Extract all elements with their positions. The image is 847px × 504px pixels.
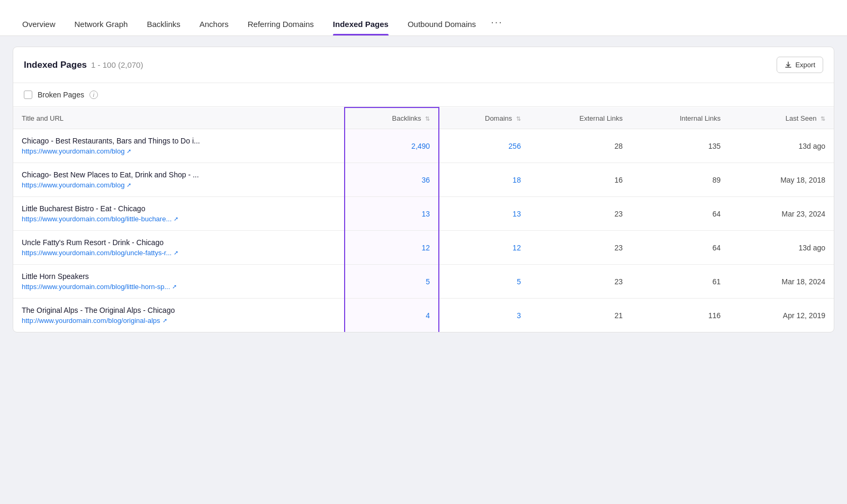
cell-backlinks: 13: [345, 197, 439, 231]
broken-pages-info-icon[interactable]: i: [89, 91, 98, 99]
page-url-link[interactable]: https://www.yourdomain.com/blog/little-h…: [22, 283, 170, 291]
cell-last-seen: Apr 12, 2019: [729, 299, 834, 332]
table-row: Little Horn Speakers https://www.yourdom…: [13, 265, 834, 299]
page-title-text: Uncle Fatty's Rum Resort - Drink - Chica…: [22, 238, 336, 247]
cell-backlinks: 5: [345, 265, 439, 299]
cell-backlinks: 36: [345, 163, 439, 197]
cell-internal-links: 135: [631, 129, 729, 163]
nav-item-anchors[interactable]: Anchors: [190, 0, 238, 35]
nav-label-indexed-pages: Indexed Pages: [333, 20, 389, 28]
page-url-group: https://www.yourdomain.com/blog ➚: [22, 181, 336, 189]
col-header-last-seen[interactable]: Last Seen ⇅: [729, 107, 834, 129]
nav-item-referring-domains[interactable]: Referring Domains: [238, 0, 323, 35]
page-title-text: Chicago - Best Restaurants, Bars and Thi…: [22, 137, 336, 145]
cell-domains: 3: [439, 299, 529, 332]
cell-title-url: Little Horn Speakers https://www.yourdom…: [13, 265, 345, 299]
card-header: Indexed Pages 1 - 100 (2,070) Export: [13, 47, 834, 83]
col-header-title-url: Title and URL: [13, 107, 345, 129]
page-url-link[interactable]: https://www.yourdomain.com/blog: [22, 181, 124, 189]
cell-last-seen: Mar 23, 2024: [729, 197, 834, 231]
cell-external-links: 23: [529, 231, 631, 265]
table-row: Chicago- Best New Places to Eat, Drink a…: [13, 163, 834, 197]
col-header-internal-links: Internal Links: [631, 107, 729, 129]
page-url-group: https://www.yourdomain.com/blog/uncle-fa…: [22, 249, 336, 257]
broken-pages-checkbox[interactable]: [24, 91, 32, 99]
cell-internal-links: 64: [631, 231, 729, 265]
table-row: Chicago - Best Restaurants, Bars and Thi…: [13, 129, 834, 163]
table-row: Uncle Fatty's Rum Resort - Drink - Chica…: [13, 231, 834, 265]
page-url-link[interactable]: https://www.yourdomain.com/blog: [22, 147, 124, 155]
cell-external-links: 23: [529, 265, 631, 299]
table-body: Chicago - Best Restaurants, Bars and Thi…: [13, 129, 834, 332]
nav-item-outbound-domains[interactable]: Outbound Domains: [398, 0, 485, 35]
cell-title-url: Chicago - Best Restaurants, Bars and Thi…: [13, 129, 345, 163]
card-title-group: Indexed Pages 1 - 100 (2,070): [24, 60, 143, 70]
nav-item-network-graph[interactable]: Network Graph: [65, 0, 138, 35]
page-title-text: Little Horn Speakers: [22, 272, 336, 281]
indexed-pages-table: Title and URL Backlinks ⇅ Domains ⇅ Exte…: [13, 107, 834, 332]
indexed-pages-card: Indexed Pages 1 - 100 (2,070) Export Bro…: [13, 47, 834, 332]
page-title-text: Little Bucharest Bistro - Eat - Chicago: [22, 204, 336, 213]
navigation-bar: Overview Network Graph Backlinks Anchors…: [0, 0, 847, 36]
cell-external-links: 16: [529, 163, 631, 197]
table-row: Little Bucharest Bistro - Eat - Chicago …: [13, 197, 834, 231]
nav-label-outbound-domains: Outbound Domains: [408, 20, 476, 28]
external-link-icon[interactable]: ➚: [174, 215, 178, 222]
nav-item-overview[interactable]: Overview: [13, 0, 65, 35]
export-icon: [785, 61, 792, 69]
cell-backlinks: 4: [345, 299, 439, 332]
nav-item-backlinks[interactable]: Backlinks: [137, 0, 190, 35]
nav-item-indexed-pages[interactable]: Indexed Pages: [323, 0, 398, 35]
cell-last-seen: 13d ago: [729, 231, 834, 265]
page-url-link[interactable]: http://www.yourdomain.com/blog/original-…: [22, 317, 160, 325]
cell-domains: 256: [439, 129, 529, 163]
page-url-group: https://www.yourdomain.com/blog ➚: [22, 147, 336, 155]
page-url-group: http://www.yourdomain.com/blog/original-…: [22, 317, 336, 325]
cell-domains: 13: [439, 197, 529, 231]
cell-internal-links: 89: [631, 163, 729, 197]
cell-last-seen: Mar 18, 2024: [729, 265, 834, 299]
sort-icon-domains: ⇅: [516, 115, 521, 122]
page-url-group: https://www.yourdomain.com/blog/little-b…: [22, 215, 336, 223]
cell-domains: 18: [439, 163, 529, 197]
cell-title-url: Chicago- Best New Places to Eat, Drink a…: [13, 163, 345, 197]
col-header-backlinks[interactable]: Backlinks ⇅: [345, 107, 439, 129]
cell-title-url: The Original Alps - The Original Alps - …: [13, 299, 345, 332]
cell-external-links: 21: [529, 299, 631, 332]
external-link-icon[interactable]: ➚: [172, 283, 177, 290]
page-title-text: The Original Alps - The Original Alps - …: [22, 306, 336, 314]
nav-label-anchors: Anchors: [200, 20, 229, 28]
cell-backlinks: 12: [345, 231, 439, 265]
page-url-group: https://www.yourdomain.com/blog/little-h…: [22, 283, 336, 291]
col-header-domains[interactable]: Domains ⇅: [439, 107, 529, 129]
nav-label-referring-domains: Referring Domains: [248, 20, 314, 28]
table-header-row: Title and URL Backlinks ⇅ Domains ⇅ Exte…: [13, 107, 834, 129]
cell-last-seen: May 18, 2018: [729, 163, 834, 197]
broken-pages-label: Broken Pages: [38, 91, 84, 99]
cell-internal-links: 61: [631, 265, 729, 299]
cell-title-url: Uncle Fatty's Rum Resort - Drink - Chica…: [13, 231, 345, 265]
page-url-link[interactable]: https://www.yourdomain.com/blog/little-b…: [22, 215, 172, 223]
external-link-icon[interactable]: ➚: [163, 317, 167, 324]
nav-more-button[interactable]: ···: [485, 0, 508, 35]
col-header-external-links: External Links: [529, 107, 631, 129]
external-link-icon[interactable]: ➚: [127, 182, 131, 188]
nav-label-backlinks: Backlinks: [147, 20, 180, 28]
main-content: Indexed Pages 1 - 100 (2,070) Export Bro…: [0, 36, 847, 343]
cell-title-url: Little Bucharest Bistro - Eat - Chicago …: [13, 197, 345, 231]
card-subtitle: 1 - 100 (2,070): [91, 60, 143, 69]
external-link-icon[interactable]: ➚: [127, 148, 131, 155]
cell-external-links: 28: [529, 129, 631, 163]
cell-backlinks: 2,490: [345, 129, 439, 163]
cell-domains: 12: [439, 231, 529, 265]
broken-pages-row: Broken Pages i: [13, 83, 834, 107]
nav-label-network-graph: Network Graph: [75, 20, 128, 28]
export-button[interactable]: Export: [777, 57, 823, 73]
external-link-icon[interactable]: ➚: [174, 249, 178, 256]
page-url-link[interactable]: https://www.yourdomain.com/blog/uncle-fa…: [22, 249, 172, 257]
card-title: Indexed Pages: [24, 60, 87, 70]
cell-internal-links: 64: [631, 197, 729, 231]
table-row: The Original Alps - The Original Alps - …: [13, 299, 834, 332]
data-table-container: Title and URL Backlinks ⇅ Domains ⇅ Exte…: [13, 107, 834, 332]
cell-internal-links: 116: [631, 299, 729, 332]
